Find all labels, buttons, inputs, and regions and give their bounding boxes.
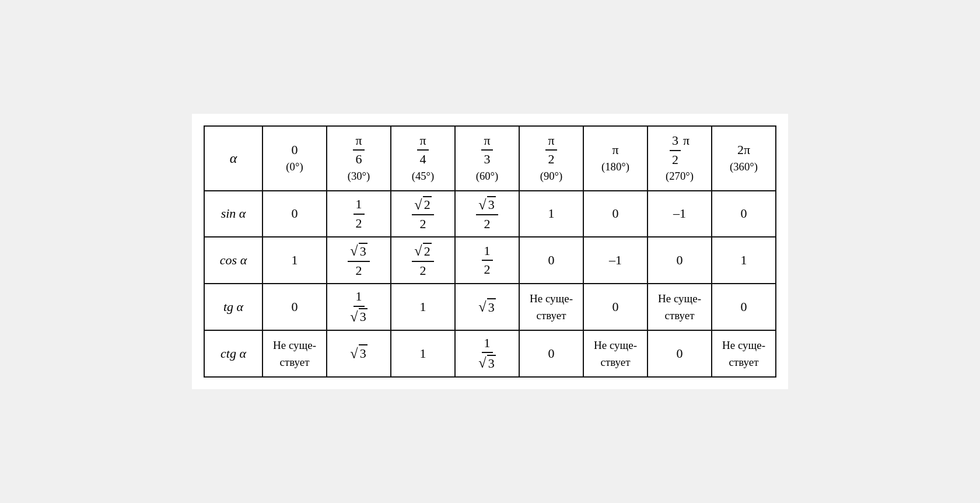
header-col0: 0 (0°) — [262, 126, 327, 190]
header-row: α 0 (0°) π 6 (30°) π 4 (45°) — [204, 126, 776, 190]
sin-180: 0 — [583, 191, 648, 237]
cos-row: cos α 1 √3 2 √2 2 — [204, 237, 776, 284]
sin-60: √3 2 — [455, 191, 519, 237]
ctg-60: 1 √3 — [455, 330, 519, 377]
cos-360: 1 — [712, 237, 776, 284]
header-col4: π 2 (90°) — [519, 126, 583, 190]
header-alpha: α — [204, 126, 262, 190]
ctg-90: 0 — [519, 330, 583, 377]
tg-30: 1 √3 — [327, 284, 391, 330]
trig-table: α 0 (0°) π 6 (30°) π 4 (45°) — [204, 125, 776, 378]
sin-label: sin α — [204, 191, 262, 237]
header-col6: 3 2 π (270°) — [648, 126, 712, 190]
header-col5: π (180°) — [583, 126, 648, 190]
ctg-45: 1 — [391, 330, 455, 377]
ctg-0: Не суще- ствует — [262, 330, 327, 377]
cos-180: –1 — [583, 237, 648, 284]
tg-270: Не суще- ствует — [648, 284, 712, 330]
cos-30: √3 2 — [327, 237, 391, 284]
tg-180: 0 — [583, 284, 648, 330]
sin-30: 1 2 — [327, 191, 391, 237]
sin-360: 0 — [712, 191, 776, 237]
ctg-row: ctg α Не суще- ствует √3 1 1 √3 0 — [204, 330, 776, 377]
tg-row: tg α 0 1 √3 1 √3 Не суще- ствует — [204, 284, 776, 330]
sin-270: –1 — [648, 191, 712, 237]
cos-0: 1 — [262, 237, 327, 284]
tg-label: tg α — [204, 284, 262, 330]
tg-360: 0 — [712, 284, 776, 330]
sin-45: √2 2 — [391, 191, 455, 237]
cos-label: cos α — [204, 237, 262, 284]
tg-45: 1 — [391, 284, 455, 330]
header-col2: π 4 (45°) — [391, 126, 455, 190]
sin-0: 0 — [262, 191, 327, 237]
main-container: α 0 (0°) π 6 (30°) π 4 (45°) — [192, 114, 788, 389]
header-col1: π 6 (30°) — [327, 126, 391, 190]
ctg-30: √3 — [327, 330, 391, 377]
header-col3: π 3 (60°) — [455, 126, 519, 190]
ctg-label: ctg α — [204, 330, 262, 377]
sin-90: 1 — [519, 191, 583, 237]
tg-60: √3 — [455, 284, 519, 330]
tg-90: Не суще- ствует — [519, 284, 583, 330]
ctg-270: 0 — [648, 330, 712, 377]
ctg-360: Не суще- ствует — [712, 330, 776, 377]
cos-60: 1 2 — [455, 237, 519, 284]
ctg-180: Не суще- ствует — [583, 330, 648, 377]
cos-45: √2 2 — [391, 237, 455, 284]
sin-row: sin α 0 1 2 √2 2 √3 — [204, 191, 776, 237]
tg-0: 0 — [262, 284, 327, 330]
cos-270: 0 — [648, 237, 712, 284]
header-col7: 2π (360°) — [712, 126, 776, 190]
cos-90: 0 — [519, 237, 583, 284]
